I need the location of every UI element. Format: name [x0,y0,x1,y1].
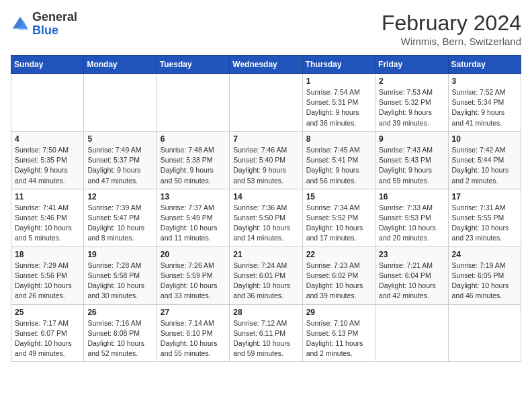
day-info: Sunrise: 7:53 AMSunset: 5:32 PMDaylight:… [379,87,444,128]
day-info: Sunrise: 7:49 AMSunset: 5:37 PMDaylight:… [87,145,152,186]
day-info: Sunrise: 7:37 AMSunset: 5:49 PMDaylight:… [161,203,226,244]
day-number: 12 [87,192,152,201]
day-info: Sunrise: 7:31 AMSunset: 5:55 PMDaylight:… [452,203,517,244]
day-of-week-header: Saturday [448,56,521,74]
day-number: 25 [15,308,80,317]
logo-icon [11,15,30,34]
calendar-header-row: SundayMondayTuesdayWednesdayThursdayFrid… [11,56,521,74]
day-number: 24 [452,250,517,259]
calendar-cell [11,74,84,132]
day-info: Sunrise: 7:26 AMSunset: 5:59 PMDaylight:… [161,261,226,302]
calendar-cell: 26Sunrise: 7:16 AMSunset: 6:08 PMDayligh… [84,304,157,362]
day-number: 1 [306,77,371,86]
day-number: 21 [233,250,298,259]
day-number: 23 [379,250,444,259]
calendar-cell: 27Sunrise: 7:14 AMSunset: 6:10 PMDayligh… [157,304,229,362]
day-number: 7 [233,134,298,144]
day-number: 2 [379,77,444,86]
day-info: Sunrise: 7:48 AMSunset: 5:38 PMDaylight:… [161,145,226,186]
day-number: 17 [452,192,517,201]
day-info: Sunrise: 7:10 AMSunset: 6:13 PMDaylight:… [306,318,371,359]
logo-text: General Blue [32,11,77,38]
calendar-cell: 4Sunrise: 7:50 AMSunset: 5:35 PMDaylight… [11,131,84,189]
day-number: 10 [452,134,517,144]
day-info: Sunrise: 7:17 AMSunset: 6:07 PMDaylight:… [15,318,80,359]
day-number: 8 [306,134,371,144]
day-number: 13 [161,192,226,201]
calendar-cell: 11Sunrise: 7:41 AMSunset: 5:46 PMDayligh… [11,189,84,246]
day-info: Sunrise: 7:52 AMSunset: 5:34 PMDaylight:… [452,87,517,128]
calendar-cell: 3Sunrise: 7:52 AMSunset: 5:34 PMDaylight… [448,74,521,132]
calendar-cell: 13Sunrise: 7:37 AMSunset: 5:49 PMDayligh… [157,189,229,246]
day-info: Sunrise: 7:41 AMSunset: 5:46 PMDaylight:… [15,203,80,244]
day-number: 20 [161,250,226,259]
day-of-week-header: Sunday [11,56,84,74]
day-number: 4 [15,134,80,144]
header: General Blue February 2024 Wimmis, Bern,… [11,11,521,47]
day-number: 15 [306,192,371,201]
day-of-week-header: Friday [375,56,448,74]
day-number: 29 [306,308,371,317]
title-area: February 2024 Wimmis, Bern, Switzerland [382,11,521,47]
day-number: 28 [233,308,298,317]
calendar-cell: 18Sunrise: 7:29 AMSunset: 5:56 PMDayligh… [11,246,84,304]
calendar-cell: 23Sunrise: 7:21 AMSunset: 6:04 PMDayligh… [375,246,448,304]
calendar-cell: 9Sunrise: 7:43 AMSunset: 5:43 PMDaylight… [375,131,448,189]
calendar-week-row: 1Sunrise: 7:54 AMSunset: 5:31 PMDaylight… [11,74,521,132]
calendar-cell: 15Sunrise: 7:34 AMSunset: 5:52 PMDayligh… [302,189,375,246]
calendar-cell: 28Sunrise: 7:12 AMSunset: 6:11 PMDayligh… [230,304,302,362]
calendar-cell: 29Sunrise: 7:10 AMSunset: 6:13 PMDayligh… [302,304,375,362]
calendar-cell: 16Sunrise: 7:33 AMSunset: 5:53 PMDayligh… [375,189,448,246]
logo-general: General [32,11,77,24]
page-title: February 2024 [382,11,521,36]
calendar-cell [230,74,302,132]
calendar-cell: 25Sunrise: 7:17 AMSunset: 6:07 PMDayligh… [11,304,84,362]
calendar-table: SundayMondayTuesdayWednesdayThursdayFrid… [11,55,521,362]
day-info: Sunrise: 7:28 AMSunset: 5:58 PMDaylight:… [87,261,152,302]
calendar-week-row: 4Sunrise: 7:50 AMSunset: 5:35 PMDaylight… [11,131,521,189]
calendar-cell: 10Sunrise: 7:42 AMSunset: 5:44 PMDayligh… [448,131,521,189]
day-number: 27 [161,308,226,317]
calendar-cell: 1Sunrise: 7:54 AMSunset: 5:31 PMDaylight… [302,74,375,132]
day-info: Sunrise: 7:23 AMSunset: 6:02 PMDaylight:… [306,261,371,302]
calendar-cell: 24Sunrise: 7:19 AMSunset: 6:05 PMDayligh… [448,246,521,304]
day-info: Sunrise: 7:45 AMSunset: 5:41 PMDaylight:… [306,145,371,186]
day-info: Sunrise: 7:39 AMSunset: 5:47 PMDaylight:… [87,203,152,244]
day-info: Sunrise: 7:54 AMSunset: 5:31 PMDaylight:… [306,87,371,128]
calendar-body: 1Sunrise: 7:54 AMSunset: 5:31 PMDaylight… [11,74,521,362]
day-info: Sunrise: 7:46 AMSunset: 5:40 PMDaylight:… [233,145,298,186]
day-number: 6 [161,134,226,144]
calendar-cell: 22Sunrise: 7:23 AMSunset: 6:02 PMDayligh… [302,246,375,304]
day-number: 14 [233,192,298,201]
day-info: Sunrise: 7:43 AMSunset: 5:43 PMDaylight:… [379,145,444,186]
day-info: Sunrise: 7:24 AMSunset: 6:01 PMDaylight:… [233,261,298,302]
day-info: Sunrise: 7:21 AMSunset: 6:04 PMDaylight:… [379,261,444,302]
calendar-cell: 20Sunrise: 7:26 AMSunset: 5:59 PMDayligh… [157,246,229,304]
day-info: Sunrise: 7:42 AMSunset: 5:44 PMDaylight:… [452,145,517,186]
calendar-cell: 12Sunrise: 7:39 AMSunset: 5:47 PMDayligh… [84,189,157,246]
calendar-cell: 21Sunrise: 7:24 AMSunset: 6:01 PMDayligh… [230,246,302,304]
calendar-cell: 2Sunrise: 7:53 AMSunset: 5:32 PMDaylight… [375,74,448,132]
day-of-week-header: Monday [84,56,157,74]
calendar-week-row: 25Sunrise: 7:17 AMSunset: 6:07 PMDayligh… [11,304,521,362]
page-subtitle: Wimmis, Bern, Switzerland [382,36,521,47]
day-of-week-header: Wednesday [230,56,302,74]
calendar-cell [84,74,157,132]
day-of-week-header: Tuesday [157,56,229,74]
day-of-week-header: Thursday [302,56,375,74]
day-number: 26 [87,308,152,317]
day-info: Sunrise: 7:14 AMSunset: 6:10 PMDaylight:… [161,318,226,359]
day-number: 11 [15,192,80,201]
calendar-cell: 17Sunrise: 7:31 AMSunset: 5:55 PMDayligh… [448,189,521,246]
calendar-cell [375,304,448,362]
calendar-cell: 8Sunrise: 7:45 AMSunset: 5:41 PMDaylight… [302,131,375,189]
day-number: 16 [379,192,444,201]
calendar-cell: 19Sunrise: 7:28 AMSunset: 5:58 PMDayligh… [84,246,157,304]
day-number: 3 [452,77,517,86]
calendar-cell: 14Sunrise: 7:36 AMSunset: 5:50 PMDayligh… [230,189,302,246]
day-number: 19 [87,250,152,259]
day-info: Sunrise: 7:33 AMSunset: 5:53 PMDaylight:… [379,203,444,244]
day-info: Sunrise: 7:34 AMSunset: 5:52 PMDaylight:… [306,203,371,244]
calendar-cell: 5Sunrise: 7:49 AMSunset: 5:37 PMDaylight… [84,131,157,189]
day-info: Sunrise: 7:19 AMSunset: 6:05 PMDaylight:… [452,261,517,302]
